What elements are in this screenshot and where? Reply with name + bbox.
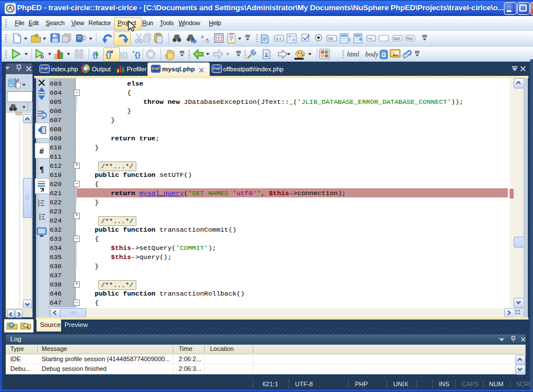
svg-text:PHP: PHP: [213, 67, 221, 71]
svg-text:#: #: [39, 147, 44, 156]
svg-text:×x: ×x: [368, 37, 373, 41]
svg-text:html: html: [347, 50, 360, 58]
svg-text:PHP: PHP: [41, 67, 49, 71]
svg-text:!: !: [349, 37, 350, 43]
svg-text:PHP: PHP: [152, 67, 160, 71]
svg-text:Sub: Sub: [394, 37, 401, 41]
svg-text:D: D: [41, 54, 44, 59]
svg-text:¶: ¶: [39, 165, 44, 174]
svg-text:({): ({): [120, 50, 128, 59]
svg-text:a: a: [276, 37, 278, 41]
svg-text:body: body: [365, 50, 379, 58]
svg-text:x: x: [280, 37, 282, 41]
svg-text:A: A: [201, 34, 204, 39]
svg-text:Res: Res: [406, 37, 413, 41]
svg-text:hid: hid: [328, 37, 333, 41]
svg-text:{}: {}: [135, 50, 140, 59]
